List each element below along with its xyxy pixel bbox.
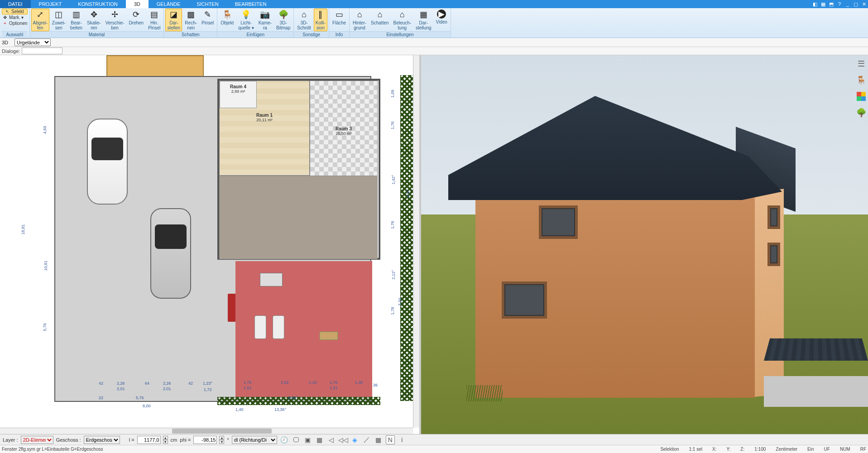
group-title-einfuegen: Einfügen — [217, 31, 293, 38]
scene-window-lower[interactable] — [502, 281, 547, 319]
layers-icon[interactable]: ☰ — [856, 59, 866, 69]
ribbon-group-material: ⤢Abgrei-fen ◫Zuwei-sen ▥Bear-beiten ✥Ska… — [30, 8, 164, 38]
beleuchtung-button[interactable]: ⌂Beleuch-tung — [392, 9, 413, 31]
spin-up-icon[interactable]: ▲ — [163, 436, 168, 440]
spin-down-icon[interactable]: ▼ — [163, 440, 168, 444]
tab-projekt[interactable]: PROJEKT — [31, 0, 70, 8]
help-icon[interactable]: ? — [835, 0, 844, 8]
status-z: Z: — [740, 447, 744, 452]
scene-window-upper[interactable] — [539, 205, 578, 239]
plan-garage[interactable] — [106, 55, 204, 78]
line-icon[interactable]: ／ — [362, 435, 371, 444]
phi-spin[interactable]: ▲▼ — [219, 436, 224, 444]
length-label: l = — [129, 437, 134, 443]
optionen-button[interactable]: + Optionen — [2, 20, 28, 26]
plan-hedge-right — [400, 75, 414, 401]
diamond-icon[interactable]: ◈ — [350, 435, 360, 444]
spin-up-icon[interactable]: ▲ — [219, 436, 224, 440]
minimize-icon[interactable]: _ — [844, 0, 852, 8]
length-spin[interactable]: ▲▼ — [163, 436, 168, 444]
abgreifen-button[interactable]: ⤢Abgrei-fen — [31, 9, 49, 31]
tab-3d[interactable]: 3D — [126, 0, 149, 8]
scene-window-side-1[interactable] — [767, 205, 780, 229]
close-icon[interactable]: ✕ — [860, 0, 868, 8]
mark-dropdown[interactable]: ✥ Mark. ▾ — [2, 14, 28, 20]
objekt-button[interactable]: 🪑Objekt — [219, 9, 235, 26]
tab-sichten[interactable]: SICHTEN — [188, 0, 226, 8]
snap-obj-icon[interactable]: ▣ — [303, 435, 312, 444]
tab-gelaende[interactable]: GELÄNDE — [149, 0, 189, 8]
dim-ter-151b: 1,51 — [330, 386, 338, 390]
plan-scroll-thumb[interactable] — [172, 429, 272, 434]
grid-icon[interactable]: ▦ — [374, 435, 383, 444]
angle-snap-icon[interactable]: ◁ — [327, 435, 336, 444]
north-toggle[interactable]: N — [386, 435, 395, 444]
skalieren-button[interactable]: ✥Skalie-ren — [85, 9, 103, 31]
darstellen-button[interactable]: ◪Dar-stellen — [165, 9, 182, 31]
phi-input[interactable] — [193, 436, 217, 444]
materials-icon[interactable] — [856, 91, 866, 101]
plan-room-2[interactable]: Raum 2 6,45 m² — [219, 176, 378, 259]
flaeche-button[interactable]: ▭Fläche — [331, 9, 348, 26]
plan-lounger-2[interactable] — [273, 315, 284, 339]
angle-snap2-icon[interactable]: ◁◁ — [339, 435, 348, 444]
spin-down-icon[interactable]: ▼ — [219, 440, 224, 444]
view-name-select[interactable]: Urgelände — [14, 38, 51, 46]
object-catalog-icon[interactable]: 🪑 — [856, 75, 866, 85]
dialoge-field[interactable] — [22, 48, 62, 54]
plan-scrollbar-v[interactable] — [413, 55, 419, 428]
length-input[interactable] — [137, 436, 161, 444]
geschoss-select[interactable]: Erdgeschos — [84, 436, 120, 444]
titlebar-btn-3[interactable]: ⬒ — [827, 0, 835, 8]
titlebar-btn-1[interactable]: ◧ — [811, 0, 819, 8]
3dschnitt-button[interactable]: ⌂3D-Schnitt — [295, 9, 313, 31]
hinpinsel-button[interactable]: ▤Hin.Pinsel — [146, 9, 162, 31]
verschieben-button[interactable]: ✢Verschie-ben — [104, 9, 126, 31]
scene-window-side-2[interactable] — [767, 243, 780, 266]
plan-terrace-bench[interactable] — [260, 273, 283, 286]
bitmap-button[interactable]: 🌳3D-Bitmap — [274, 9, 292, 31]
plan-lounger-1[interactable] — [254, 315, 266, 339]
tab-datei[interactable]: DATEI — [0, 0, 31, 8]
pinsel-button[interactable]: ✎Pinsel — [200, 9, 216, 26]
ribbon-group-sonstige: ⌂3D-Schnitt ‖Kolli-sion Sonstige — [294, 8, 329, 38]
plan-room-4[interactable]: Raum 4 2,89 m² — [220, 81, 257, 108]
darstellung-button[interactable]: ▦Dar-stellung — [414, 9, 433, 31]
plan-scrollbar-h[interactable] — [0, 428, 413, 434]
lichtquelle-button[interactable]: 💡Licht-quelle ▾ — [236, 9, 255, 31]
drehen-button[interactable]: ⟳Drehen — [127, 9, 145, 26]
mode-select[interactable]: dl (Richtung/Di — [232, 436, 277, 444]
video-button[interactable]: ▶Video — [434, 9, 449, 25]
scene-carport[interactable] — [764, 330, 868, 407]
view-mode-label: 3D — [2, 40, 12, 45]
view-3d[interactable]: ☰ 🪑 🌳 — [421, 55, 868, 434]
plan-terrace[interactable] — [235, 261, 372, 397]
kamera-button[interactable]: 📷Kame-ra — [257, 9, 273, 31]
plants-icon[interactable]: 🌳 — [856, 108, 866, 118]
info-icon[interactable]: i — [398, 435, 407, 444]
hintergrund-button[interactable]: ⌂Hinter-grund — [351, 9, 368, 31]
tab-konstruktion[interactable]: KONSTRUKTION — [70, 0, 125, 8]
clock-icon[interactable]: 🕘 — [280, 435, 289, 444]
screen-icon[interactable]: 🖵 — [292, 435, 301, 444]
plan-room-1[interactable]: Raum 4 2,89 m² Raum 1 20,11 m² — [219, 81, 310, 176]
kollision-button[interactable]: ‖Kolli-sion — [314, 9, 327, 31]
schatten-settings-button[interactable]: ⌂Schatten — [369, 9, 390, 26]
status-num: NUM — [840, 447, 850, 452]
plan-house[interactable]: Raum 4 2,89 m² Raum 1 20,11 m² Raum 3 25… — [217, 79, 380, 260]
plan-terrace-table[interactable] — [320, 332, 338, 340]
dim-r-176c: 1,76 — [390, 307, 395, 315]
rechnen-button[interactable]: ▩Rech-nen — [183, 9, 199, 31]
tab-bearbeiten[interactable]: BEARBEITEN — [227, 0, 275, 8]
dim-left-overall: 18,81 — [21, 224, 25, 235]
plan-view-2d[interactable]: Raum 4 2,89 m² Raum 1 20,11 m² Raum 3 25… — [0, 55, 421, 434]
selekt-button[interactable]: ↖ Selekt — [2, 9, 28, 14]
plan-car-grey[interactable] — [150, 208, 191, 299]
plan-car-white[interactable] — [87, 119, 128, 205]
layer-select[interactable]: 2D-Elemen — [21, 436, 53, 444]
snap-group-icon[interactable]: ▦ — [315, 435, 324, 444]
bearbeiten-button[interactable]: ▥Bear-beiten — [68, 9, 84, 31]
maximize-icon[interactable]: ▢ — [852, 0, 860, 8]
titlebar-btn-2[interactable]: ▦ — [819, 0, 827, 8]
zuweisen-button[interactable]: ◫Zuwei-sen — [50, 9, 67, 31]
